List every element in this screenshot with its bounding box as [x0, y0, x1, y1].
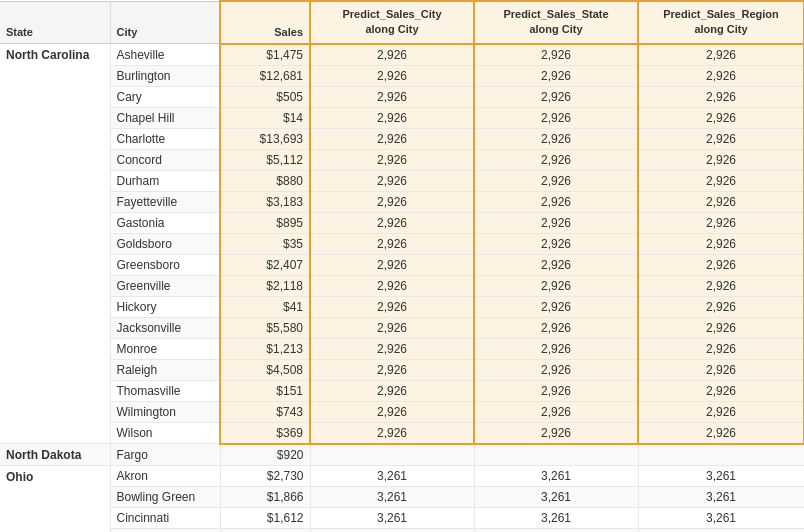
pred-city-cell: 3,261	[310, 508, 474, 529]
pred-city-cell	[310, 444, 474, 466]
table-row: North CarolinaAsheville$1,4752,9262,9262…	[0, 44, 804, 66]
table-row: Greenville$2,1182,9262,9262,926	[0, 275, 804, 296]
pred-state-cell: 2,926	[474, 233, 638, 254]
pred-city-cell: 2,926	[310, 233, 474, 254]
pred-state-cell: 2,926	[474, 212, 638, 233]
sales-cell: $12,681	[220, 65, 310, 86]
table-row: Hickory$412,9262,9262,926	[0, 296, 804, 317]
city-cell: Burlington	[110, 65, 220, 86]
col-header-city[interactable]: City	[110, 1, 220, 44]
pred-state-cell: 3,261	[474, 466, 638, 487]
table-row: Jacksonville$5,5802,9262,9262,926	[0, 317, 804, 338]
pred-state-cell: 2,926	[474, 401, 638, 422]
pred-state-cell: 2,926	[474, 191, 638, 212]
table-row: Wilson$3692,9262,9262,926	[0, 422, 804, 444]
pred-city-cell: 2,926	[310, 44, 474, 66]
pred-city-cell: 2,926	[310, 359, 474, 380]
pred-state-cell: 2,926	[474, 170, 638, 191]
col-header-pred-state[interactable]: Predict_Sales_State along City	[474, 1, 638, 44]
sales-cell: $13,693	[220, 128, 310, 149]
sales-cell: $743	[220, 401, 310, 422]
sales-cell: $1,475	[220, 44, 310, 66]
table-row: Cincinnati$1,6123,2613,2613,261	[0, 508, 804, 529]
city-cell: Fayetteville	[110, 191, 220, 212]
pred-city-cell: 2,926	[310, 296, 474, 317]
col-header-pred-region[interactable]: Predict_Sales_Region along City	[638, 1, 804, 44]
pred-city-cell: 2,926	[310, 275, 474, 296]
pred-state-cell: 2,926	[474, 128, 638, 149]
pred-city-cell: 3,261	[310, 487, 474, 508]
pred-city-cell: 2,926	[310, 149, 474, 170]
city-cell: Cincinnati	[110, 508, 220, 529]
table-row: Goldsboro$352,9262,9262,926	[0, 233, 804, 254]
col-header-pred-city[interactable]: Predict_Sales_City along City	[310, 1, 474, 44]
city-cell: Raleigh	[110, 359, 220, 380]
city-cell: Greenville	[110, 275, 220, 296]
city-cell: Monroe	[110, 338, 220, 359]
pred-region-cell: 2,926	[638, 191, 804, 212]
pred-state-cell: 2,926	[474, 317, 638, 338]
city-cell: Asheville	[110, 44, 220, 66]
data-table: State City Sales Predict_Sales_City alon…	[0, 0, 804, 532]
pred-region-cell: 3,261	[638, 508, 804, 529]
pred-region-cell: 2,926	[638, 317, 804, 338]
table-row: Monroe$1,2132,9262,9262,926	[0, 338, 804, 359]
col-header-state[interactable]: State	[0, 1, 110, 44]
city-cell: Wilson	[110, 422, 220, 444]
sales-cell: $2,407	[220, 254, 310, 275]
sales-cell: $1,612	[220, 508, 310, 529]
table-row: Wilmington$7432,9262,9262,926	[0, 401, 804, 422]
table-row: North DakotaFargo$920	[0, 444, 804, 466]
city-cell: Cary	[110, 86, 220, 107]
col-header-sales[interactable]: Sales	[220, 1, 310, 44]
pred-region-cell: 2,926	[638, 401, 804, 422]
pred-state-cell	[474, 444, 638, 466]
sales-cell: $2,730	[220, 466, 310, 487]
pred-city-cell: 2,926	[310, 86, 474, 107]
sales-cell: $5,112	[220, 149, 310, 170]
pred-state-cell: 2,926	[474, 338, 638, 359]
pred-city-cell: 2,926	[310, 317, 474, 338]
pred-region-cell: 3,261	[638, 466, 804, 487]
pred-state-cell: 2,926	[474, 107, 638, 128]
table-container[interactable]: State City Sales Predict_Sales_City alon…	[0, 0, 804, 532]
city-cell: Gastonia	[110, 212, 220, 233]
pred-state-cell: 3,261	[474, 508, 638, 529]
pred-region-cell: 2,926	[638, 338, 804, 359]
sales-cell: $880	[220, 170, 310, 191]
city-cell: Chapel Hill	[110, 107, 220, 128]
pred-state-cell: 2,926	[474, 380, 638, 401]
table-row: Bowling Green$1,8663,2613,2613,261	[0, 487, 804, 508]
table-row: Durham$8802,9262,9262,926	[0, 170, 804, 191]
pred-region-cell: 2,926	[638, 107, 804, 128]
table-row: Cary$5052,9262,9262,926	[0, 86, 804, 107]
pred-state-cell: 2,926	[474, 359, 638, 380]
pred-city-cell: 3,261	[310, 466, 474, 487]
pred-state-cell: 2,926	[474, 44, 638, 66]
table-row: OhioAkron$2,7303,2613,2613,261	[0, 466, 804, 487]
table-row: Greensboro$2,4072,9262,9262,926	[0, 254, 804, 275]
pred-region-cell: 2,926	[638, 254, 804, 275]
city-cell: Greensboro	[110, 254, 220, 275]
pred-state-cell: 2,926	[474, 422, 638, 444]
city-cell: Wilmington	[110, 401, 220, 422]
pred-city-cell: 2,926	[310, 191, 474, 212]
pred-state-cell: 3,261	[474, 487, 638, 508]
pred-city-cell: 2,926	[310, 128, 474, 149]
table-row: Charlotte$13,6932,9262,9262,926	[0, 128, 804, 149]
sales-cell: $35	[220, 233, 310, 254]
city-cell: Hickory	[110, 296, 220, 317]
pred-state-cell: 2,926	[474, 254, 638, 275]
pred-city-cell: 2,926	[310, 422, 474, 444]
city-cell: Concord	[110, 149, 220, 170]
pred-region-cell: 2,926	[638, 380, 804, 401]
sales-cell: $5,580	[220, 317, 310, 338]
sales-cell: $4,508	[220, 359, 310, 380]
pred-state-cell: 2,926	[474, 275, 638, 296]
city-cell: Bowling Green	[110, 487, 220, 508]
pred-city-cell: 2,926	[310, 401, 474, 422]
pred-region-cell: 2,926	[638, 359, 804, 380]
pred-region-cell: 2,926	[638, 296, 804, 317]
sales-cell: $895	[220, 212, 310, 233]
sales-cell: $3,183	[220, 191, 310, 212]
